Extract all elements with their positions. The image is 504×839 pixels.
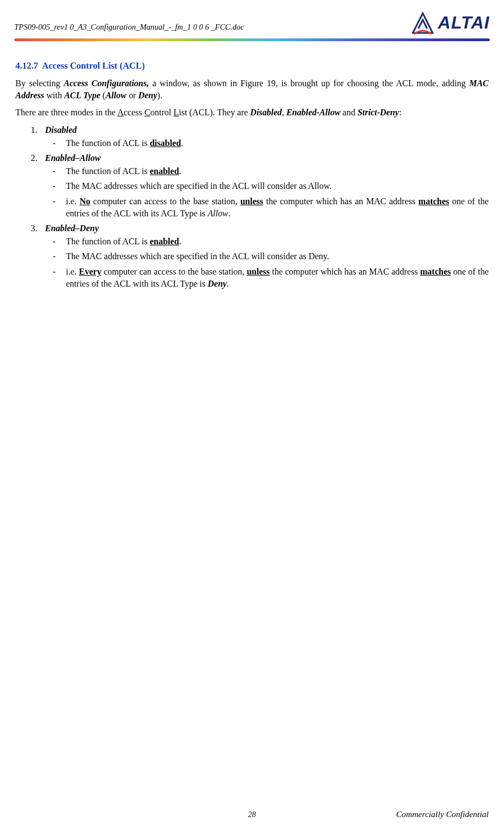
text: computer can access to the base station, [90, 197, 240, 206]
text: The function of ACL is [66, 166, 150, 176]
text: i.e. [66, 197, 80, 206]
text: No [80, 197, 91, 206]
text: ontrol [150, 108, 173, 117]
paragraph-intro-1: By selecting Access Configurations, a wi… [15, 77, 489, 101]
mode-item-disabled: 1.Disabled The function of ACL is disabl… [31, 124, 489, 149]
text: the computer which has an MAC address [270, 267, 420, 276]
text: . [179, 237, 181, 246]
text: a window, as shown in Figure 19, is brou… [149, 79, 469, 88]
mode-item-enabled-deny: 3.Enabled–Deny The function of ACL is en… [31, 222, 489, 289]
text: L [173, 108, 179, 117]
text: disabled [150, 138, 181, 148]
section-title: Access Control List (ACL) [42, 60, 145, 71]
list-item: The MAC addresses which are specified in… [53, 180, 489, 192]
text: and [340, 108, 357, 117]
text: . [228, 209, 231, 218]
mode-title: Enabled–Allow [45, 153, 100, 163]
text: unless [240, 197, 264, 206]
page-header: TPS09-005_rev1 0_A3_Configuration_Manual… [0, 0, 504, 35]
brand-logo: ALTAI [411, 11, 490, 35]
text: The function of ACL is [66, 237, 150, 246]
term-disabled: Disabled [250, 108, 282, 117]
mode-item-enabled-allow: 2.Enabled–Allow The function of ACL is e… [31, 152, 489, 219]
term-strict-deny: Strict-Deny [357, 108, 399, 117]
mode-title: Disabled [45, 125, 77, 135]
text: C [144, 108, 150, 117]
page-content: 4.12.7 Access Control List (ACL) By sele… [0, 41, 504, 289]
text: There are three modes in the [15, 108, 117, 117]
list-item: i.e. Every computer can access to the ba… [53, 266, 489, 289]
mode-title: Enabled–Deny [45, 223, 99, 233]
list-item: The function of ACL is disabled. [53, 137, 489, 149]
text: . [227, 279, 229, 288]
text: By selecting [15, 79, 64, 88]
sub-list: The function of ACL is enabled. The MAC … [31, 165, 489, 219]
page-number: 28 [248, 810, 256, 820]
text: ). [157, 91, 162, 100]
text: Allow [208, 209, 228, 218]
page-footer: 28 Commercially Confidential [0, 809, 504, 820]
text: The MAC addresses which are specified in… [66, 251, 329, 261]
sub-list: The function of ACL is disabled. [31, 137, 489, 149]
list-number: 3. [31, 222, 45, 234]
text: or [126, 91, 138, 100]
list-item: The MAC addresses which are specified in… [53, 250, 489, 262]
term-allow: Allow [105, 91, 126, 100]
text: A [117, 108, 124, 117]
text: enabled [150, 237, 179, 246]
text: ccess [124, 108, 144, 117]
term-deny: Deny [138, 91, 158, 100]
text: enabled [150, 166, 179, 176]
text: ( [100, 91, 105, 100]
text: the computer which has an MAC address [263, 197, 418, 206]
list-number: 2. [31, 152, 45, 164]
text: . [181, 138, 183, 148]
term-enabled-allow: Enabled-Allow [286, 108, 340, 117]
sub-list: The function of ACL is enabled. The MAC … [31, 236, 489, 289]
doc-reference: TPS09-005_rev1 0_A3_Configuration_Manual… [14, 22, 244, 35]
text: computer can access to the base station, [102, 267, 247, 276]
text: matches [418, 197, 449, 206]
logo-icon [411, 11, 435, 35]
list-item: The function of ACL is enabled. [53, 165, 489, 177]
confidential-label: Commercially Confidential [396, 809, 489, 820]
text: The function of ACL is [66, 138, 150, 148]
text: . [179, 166, 181, 176]
link-access-configurations: Access Configurations, [64, 79, 149, 88]
mode-list: 1.Disabled The function of ACL is disabl… [15, 124, 489, 289]
term-acl-type: ACL Type [64, 91, 100, 100]
text: : [399, 108, 401, 117]
list-item: i.e. No computer can access to the base … [53, 195, 489, 219]
brand-name: ALTAI [438, 11, 490, 35]
section-heading: 4.12.7 Access Control List (ACL) [15, 60, 489, 72]
text: ist (ACL). They are [179, 108, 250, 117]
paragraph-intro-2: There are three modes in the Access Cont… [15, 107, 489, 119]
text: Every [79, 267, 102, 276]
list-item: The function of ACL is enabled. [53, 236, 489, 248]
text: unless [247, 267, 270, 276]
text: i.e. [66, 267, 79, 276]
list-number: 1. [31, 124, 45, 136]
section-number: 4.12.7 [15, 60, 38, 71]
text: with [44, 91, 64, 100]
text: matches [420, 267, 451, 276]
text: The MAC addresses which are specified in… [66, 181, 332, 191]
text: Deny [208, 279, 227, 288]
